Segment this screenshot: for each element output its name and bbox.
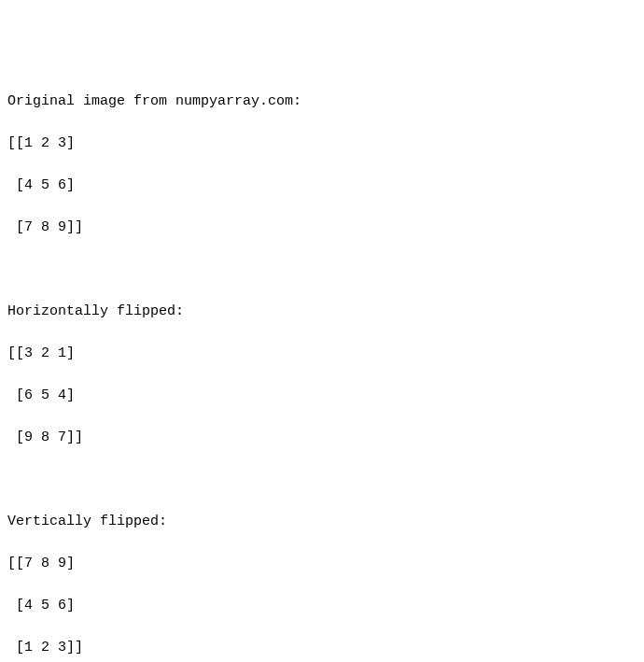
original-label: Original image from numpyarray.com: bbox=[7, 92, 637, 113]
hflip-row-2: [9 8 7]] bbox=[7, 428, 637, 449]
blank-line bbox=[7, 260, 637, 281]
vflip-row-0: [[7 8 9] bbox=[7, 554, 637, 575]
original-row-1: [4 5 6] bbox=[7, 176, 637, 197]
hflip-row-1: [6 5 4] bbox=[7, 386, 637, 407]
vflip-label: Vertically flipped: bbox=[7, 512, 637, 533]
original-row-0: [[1 2 3] bbox=[7, 134, 637, 155]
blank-line bbox=[7, 470, 637, 491]
hflip-row-0: [[3 2 1] bbox=[7, 344, 637, 365]
vflip-row-2: [1 2 3]] bbox=[7, 638, 637, 659]
hflip-label: Horizontally flipped: bbox=[7, 302, 637, 323]
vflip-row-1: [4 5 6] bbox=[7, 596, 637, 617]
original-row-2: [7 8 9]] bbox=[7, 218, 637, 239]
